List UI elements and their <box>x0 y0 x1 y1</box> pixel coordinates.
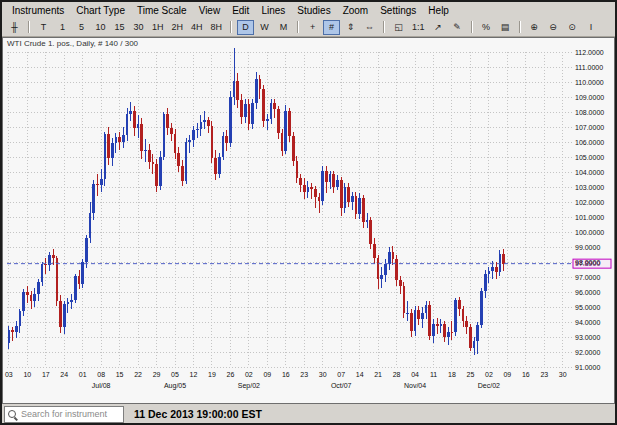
candle-body <box>406 313 409 314</box>
timeframe-button-10[interactable]: 10 <box>92 20 109 35</box>
candle-body <box>432 324 435 337</box>
candle-body <box>170 128 173 134</box>
trend-arrow-icon[interactable]: ↗ <box>430 20 447 35</box>
candle-body <box>266 119 269 122</box>
candle-body <box>262 89 265 121</box>
candle-body <box>259 79 262 89</box>
print-icon[interactable]: ▤ <box>497 20 514 35</box>
candle-body <box>484 274 487 291</box>
measure-icon[interactable]: I <box>583 20 600 35</box>
price-axis-label: 95.0000 <box>575 304 600 311</box>
time-axis-label: 25 <box>467 371 475 378</box>
fit-horizontal-icon[interactable]: ⇔ <box>361 20 378 35</box>
timeframe-button-2h[interactable]: 2H <box>169 20 187 35</box>
candle-body <box>70 300 73 303</box>
candle-body <box>410 313 413 332</box>
menu-item-help[interactable]: Help <box>422 4 455 17</box>
menu-item-lines[interactable]: Lines <box>255 4 291 17</box>
candle-body <box>384 264 387 275</box>
candle-body <box>200 122 203 129</box>
timeframe-button-15[interactable]: 15 <box>111 20 128 35</box>
one-to-one-zoom-icon[interactable]: 1:1 <box>409 20 428 35</box>
candle-body <box>214 158 217 175</box>
candle-body <box>340 180 343 208</box>
candle-body <box>392 252 395 259</box>
month-label: Dec/02 <box>478 382 500 389</box>
timeframe-button-30[interactable]: 30 <box>130 20 147 35</box>
candle-body <box>314 189 317 197</box>
fit-vertical-icon[interactable]: ⇕ <box>342 20 359 35</box>
toolbar-separator <box>28 21 30 33</box>
percent-scale-icon[interactable]: % <box>478 20 495 35</box>
candle-body <box>30 295 33 301</box>
candle-body <box>443 324 446 336</box>
search-input[interactable] <box>19 408 120 420</box>
candle-body <box>26 292 29 296</box>
time-axis-label: 15 <box>116 371 124 378</box>
candle-body <box>347 187 350 202</box>
candle-body <box>174 134 177 153</box>
candle-body <box>336 180 339 187</box>
zoom-in-icon[interactable]: ⊕ <box>526 20 543 35</box>
toolbar-separator <box>297 21 299 33</box>
price-axis-label: 110.0000 <box>575 79 604 86</box>
candle-body <box>166 114 169 128</box>
menu-item-instruments[interactable]: Instruments <box>6 4 70 17</box>
price-axis-label: 94.0000 <box>575 319 600 326</box>
time-axis-label: 18 <box>448 371 456 378</box>
menu-item-chart-type[interactable]: Chart Type <box>70 4 131 17</box>
timeframe-button-4h[interactable]: 4H <box>188 20 206 35</box>
candle-body <box>85 238 88 262</box>
timeframe-button-1[interactable]: 1 <box>54 20 71 35</box>
candle-body <box>203 120 206 122</box>
timeframe-button-t[interactable]: T <box>35 20 52 35</box>
price-axis[interactable]: 91.000092.000093.000094.000095.000096.00… <box>575 49 604 371</box>
candle-body <box>225 136 228 144</box>
candle-body <box>332 174 335 186</box>
crosshair-icon[interactable]: + <box>304 20 321 35</box>
candle-body <box>307 187 310 193</box>
time-axis-label: 17 <box>42 371 50 378</box>
candlestick-chart-icon[interactable]: ╫ <box>6 20 23 35</box>
candle-body <box>292 136 295 161</box>
menu-item-time-scale[interactable]: Time Scale <box>131 4 193 17</box>
candle-body <box>111 143 114 159</box>
candlestick-chart[interactable]: 97.890091.000092.000093.000094.000095.00… <box>3 38 612 403</box>
candle-body <box>473 341 476 347</box>
timeframe-button-1h[interactable]: 1H <box>149 20 167 35</box>
time-axis-label: 24 <box>60 371 68 378</box>
candle-body <box>137 124 140 129</box>
time-axis[interactable]: 0310172401081522290512192602091623300714… <box>5 371 567 390</box>
candle-body <box>63 304 66 326</box>
period-button-m[interactable]: M <box>275 20 292 35</box>
period-button-d[interactable]: D <box>237 20 254 35</box>
current-price-marker: 97.8900 <box>7 259 611 268</box>
time-axis-label: 21 <box>374 371 382 378</box>
timeframe-button-8h[interactable]: 8H <box>208 20 226 35</box>
menu-item-edit[interactable]: Edit <box>226 4 255 17</box>
candle-body <box>362 198 365 222</box>
expand-icon[interactable]: ◱ <box>390 20 407 35</box>
menu-item-view[interactable]: View <box>193 4 227 17</box>
menu-item-settings[interactable]: Settings <box>374 4 422 17</box>
price-axis-label: 112.0000 <box>575 49 604 56</box>
timeframe-button-5[interactable]: 5 <box>73 20 90 35</box>
draw-icon[interactable]: ✎ <box>449 20 466 35</box>
period-button-w[interactable]: W <box>256 20 273 35</box>
time-axis-label: 07 <box>337 371 345 378</box>
candle-body <box>236 81 239 101</box>
menu-item-zoom[interactable]: Zoom <box>337 4 375 17</box>
zoom-out-icon[interactable]: ⊖ <box>545 20 562 35</box>
grid-icon[interactable]: # <box>323 20 340 35</box>
time-axis-label: 23 <box>540 371 548 378</box>
time-axis-label: 05 <box>171 371 179 378</box>
zoom-reset-icon[interactable]: ⊙ <box>564 20 581 35</box>
price-axis-label: 109.0000 <box>575 94 604 101</box>
menu-item-studies[interactable]: Studies <box>291 4 336 17</box>
month-label: Nov/04 <box>404 382 426 389</box>
candle-body <box>288 111 291 136</box>
price-axis-label: 92.0000 <box>575 349 600 356</box>
candle-body <box>44 264 47 265</box>
search-box[interactable] <box>4 406 124 423</box>
candle-body <box>144 150 147 152</box>
